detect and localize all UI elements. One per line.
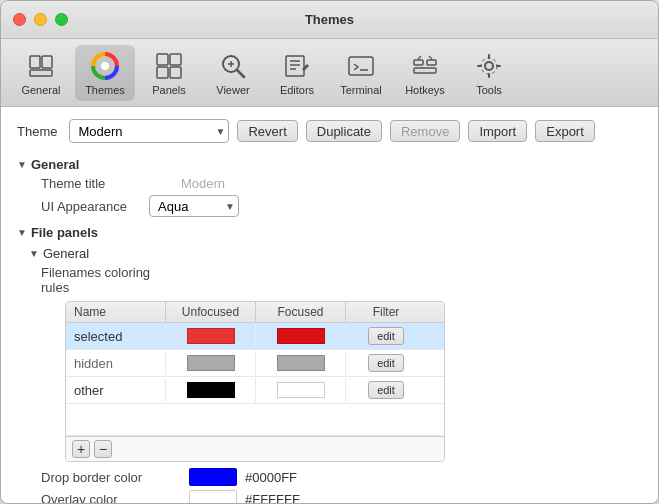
row-selected-name: selected (66, 325, 166, 348)
fp-general-triangle[interactable]: ▼ (29, 248, 39, 259)
row-selected-edit: edit (346, 323, 426, 349)
toolbar-item-hotkeys[interactable]: Hotkeys (395, 45, 455, 101)
duplicate-button[interactable]: Duplicate (306, 120, 382, 142)
export-button[interactable]: Export (535, 120, 595, 142)
svg-point-24 (485, 62, 493, 70)
svg-rect-8 (170, 67, 181, 78)
theme-title-value: Modern (181, 176, 225, 191)
hidden-focused-swatch[interactable] (277, 355, 325, 371)
ui-appearance-label: UI Appearance (41, 199, 141, 214)
file-panels-section-label: File panels (31, 225, 98, 240)
row-other-name: other (66, 379, 166, 402)
svg-rect-19 (414, 60, 423, 65)
file-panels-section-header: ▼ File panels (17, 225, 642, 240)
toolbar-item-panels[interactable]: Panels (139, 45, 199, 101)
svg-line-23 (429, 56, 432, 59)
hidden-unfocused-swatch[interactable] (187, 355, 235, 371)
edit-other-button[interactable]: edit (368, 381, 404, 399)
window-title: Themes (305, 12, 354, 27)
svg-rect-2 (30, 70, 52, 76)
filenames-coloring-label: Filenames coloring rules (41, 265, 181, 295)
svg-point-4 (101, 62, 109, 70)
themes-icon (89, 50, 121, 82)
titlebar: Themes (1, 1, 658, 39)
close-button[interactable] (13, 13, 26, 26)
col-filter: Filter (346, 302, 426, 322)
theme-row: Theme Modern ▼ Revert Duplicate Remove I… (17, 119, 642, 143)
focused-color-swatch[interactable] (277, 328, 325, 344)
row-selected-focused (256, 324, 346, 348)
ui-appearance-row: UI Appearance Aqua Dark Light ▼ (17, 195, 642, 217)
drop-border-swatch[interactable] (189, 468, 237, 486)
viewer-label: Viewer (216, 84, 249, 96)
minimize-button[interactable] (34, 13, 47, 26)
svg-line-22 (418, 56, 421, 59)
theme-label: Theme (17, 124, 57, 139)
overlay-label: Overlay color (41, 492, 181, 504)
file-panels-triangle[interactable]: ▼ (17, 227, 27, 238)
fp-general-label: General (43, 246, 89, 261)
tools-icon (473, 50, 505, 82)
import-button[interactable]: Import (468, 120, 527, 142)
svg-rect-20 (427, 60, 436, 65)
toolbar-item-editors[interactable]: Editors (267, 45, 327, 101)
edit-selected-button[interactable]: edit (368, 327, 404, 345)
svg-rect-5 (157, 54, 168, 65)
table-row: other edit (66, 377, 444, 404)
add-row-button[interactable]: + (72, 440, 90, 458)
overlay-color-row: Overlay color #FFFFFF (17, 490, 642, 503)
table-row: hidden edit (66, 350, 444, 377)
table-empty-area (66, 404, 444, 436)
general-section-label: General (31, 157, 79, 172)
toolbar-item-tools[interactable]: Tools (459, 45, 519, 101)
row-other-focused (256, 378, 346, 402)
toolbar: General Themes (1, 39, 658, 107)
theme-title-row: Theme title Modern (17, 176, 642, 191)
maximize-button[interactable] (55, 13, 68, 26)
drop-border-label: Drop border color (41, 470, 181, 485)
coloring-table: Name Unfocused Focused Filter selected (65, 301, 445, 462)
unfocused-color-swatch[interactable] (187, 328, 235, 344)
row-hidden-name: hidden (66, 352, 166, 375)
drop-border-hex: #0000FF (245, 470, 297, 485)
svg-rect-6 (170, 54, 181, 65)
svg-rect-17 (349, 57, 373, 75)
terminal-icon (345, 50, 377, 82)
toolbar-item-general[interactable]: General (11, 45, 71, 101)
tools-label: Tools (476, 84, 502, 96)
other-unfocused-swatch[interactable] (187, 382, 235, 398)
toolbar-item-themes[interactable]: Themes (75, 45, 135, 101)
general-icon (25, 50, 57, 82)
ui-appearance-select-wrapper: Aqua Dark Light ▼ (149, 195, 239, 217)
terminal-label: Terminal (340, 84, 382, 96)
editors-icon (281, 50, 313, 82)
toolbar-item-viewer[interactable]: Viewer (203, 45, 263, 101)
table-wrapper: Name Unfocused Focused Filter selected (17, 301, 642, 462)
edit-hidden-button[interactable]: edit (368, 354, 404, 372)
svg-point-25 (481, 58, 497, 74)
svg-rect-0 (30, 56, 40, 68)
remove-button[interactable]: Remove (390, 120, 460, 142)
table-header: Name Unfocused Focused Filter (66, 302, 444, 323)
themes-label: Themes (85, 84, 125, 96)
general-triangle[interactable]: ▼ (17, 159, 27, 170)
editors-label: Editors (280, 84, 314, 96)
drop-border-color-row: Drop border color #0000FF (17, 468, 642, 486)
hotkeys-label: Hotkeys (405, 84, 445, 96)
svg-line-10 (237, 70, 244, 77)
overlay-swatch[interactable] (189, 490, 237, 503)
svg-rect-21 (414, 68, 436, 73)
theme-title-label: Theme title (41, 176, 181, 191)
theme-select[interactable]: Modern (69, 119, 229, 143)
revert-button[interactable]: Revert (237, 120, 297, 142)
remove-row-button[interactable]: − (94, 440, 112, 458)
ui-appearance-select[interactable]: Aqua Dark Light (149, 195, 239, 217)
panels-label: Panels (152, 84, 186, 96)
svg-rect-1 (42, 56, 52, 68)
table-row: selected edit (66, 323, 444, 350)
overlay-hex: #FFFFFF (245, 492, 300, 504)
toolbar-item-terminal[interactable]: Terminal (331, 45, 391, 101)
other-focused-swatch[interactable] (277, 382, 325, 398)
panels-icon (153, 50, 185, 82)
col-unfocused: Unfocused (166, 302, 256, 322)
